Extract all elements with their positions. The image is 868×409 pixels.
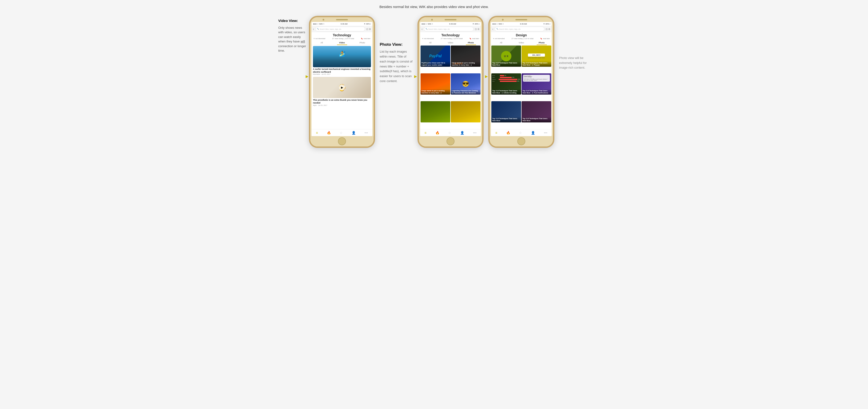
status-right-photo-tech: ✕ 49% ▪	[472, 23, 479, 25]
right-annotation-body: Photo view will be extremely helpful for…	[559, 56, 587, 70]
nav-more-icon-video[interactable]: •••	[364, 131, 368, 135]
photo-item-paypal[interactable]: PayPal PayPal joins Chase and Citi to ex…	[421, 45, 450, 67]
photo-item-ohhey[interactable]: OH, HEY! some text here some more Top 3 …	[522, 45, 551, 67]
photo-title-ohhey: Top 3 UI Techniques That Users Hate Most…	[523, 62, 550, 66]
photo-overlay-pokemon: Legendary Pokemon Are Coming to Pokemon …	[451, 89, 480, 95]
header-count-video: 27 new today | 115 in total	[332, 37, 354, 40]
back-button-video[interactable]: ‹	[313, 27, 314, 31]
photo-title-ux2: Top 3 UI Techniques That Users Hate Most…	[492, 90, 520, 94]
photo-view-annotation: Photo View: List by each images within n…	[375, 16, 417, 110]
photo-item-misc1[interactable]	[421, 101, 450, 122]
photo-overlay-cargo1: Cargo wants to put a vending machine in …	[451, 61, 480, 67]
phone-speaker-video	[336, 19, 348, 20]
nav-menu-icon-photo-tech[interactable]: ≡	[425, 131, 427, 135]
not-interested-photo-tech[interactable]: ✕ not interested	[422, 38, 434, 40]
search-input-photo-tech[interactable]: 🔍 Search titles, topics, tags, etc.	[424, 27, 474, 31]
phone-frame-photo-tech: ●●●○○ WIK ≈ 9:49 AM ✕ 49% ▪ ‹ 🔍 Search t…	[417, 16, 484, 148]
header-title-photo-design: Design	[491, 33, 552, 37]
pokemon-emoji: 😎	[462, 81, 469, 87]
photo-overlay-paypal: PayPal joins Chase and Citi to expand yo…	[421, 61, 450, 67]
search-bar-video: ‹ 🔍 Search titles, topics, tags, etc. ⊡ …	[312, 26, 372, 32]
back-button-photo-design[interactable]: ‹	[492, 27, 493, 31]
photo-item-cargo1[interactable]: CARGO Cargo wants to put a vending machi…	[451, 45, 480, 67]
not-interested-video[interactable]: ✕ not interested	[313, 38, 325, 40]
tab-photo-photo-design[interactable]: Photo	[531, 40, 552, 45]
tab-video-photo-design[interactable]: Video	[511, 40, 531, 45]
video-meta-2: Alphr · Jul 20, 2017	[313, 104, 371, 106]
scan-icon-video[interactable]: ⊡	[366, 28, 368, 30]
photo-item-ux5[interactable]: Top 3 UI Techniques That Users Hate Most	[522, 101, 551, 122]
scan-icon-photo-tech[interactable]: ⊡	[475, 28, 477, 30]
photo-title-pokemon: Legendary Pokemon Are Coming to Pokemon …	[452, 90, 479, 94]
app-header-video: Technology ✕ not interested 27 new today…	[312, 32, 372, 40]
tab-photo-video[interactable]: Photo	[352, 40, 372, 45]
home-button-photo-tech[interactable]	[446, 137, 455, 145]
nav-star-icon-photo-design[interactable]: ☆	[519, 131, 522, 135]
phone-frame-video: ●●●○○ WIK ≈ 9:49 AM ✕ 49% ▪ ‹ 🔍 Search t…	[309, 16, 375, 148]
tab-photo-photo-tech[interactable]: Photo	[461, 40, 481, 45]
photo-overlay-ux4: Top 3 UI Techniques That Users Hate Most	[491, 117, 521, 122]
photo-title-paypal: PayPal joins Chase and Citi to expand yo…	[422, 62, 450, 66]
video-view-title: Video View:	[278, 18, 307, 24]
tab-all-video[interactable]: All	[312, 40, 332, 45]
search-placeholder-video: Search titles, topics, tags, etc.	[320, 28, 342, 30]
scan-icon-photo-design[interactable]: ⊡	[546, 28, 548, 30]
app-tabs-photo-tech: All Video Photo	[420, 40, 481, 45]
photo-grid-tech: PayPal PayPal joins Chase and Citi to ex…	[420, 45, 481, 129]
read-later-video[interactable]: 🔖 read later	[361, 38, 371, 40]
tab-video-video[interactable]: Video	[332, 40, 352, 45]
photo-item-pokemon[interactable]: 😎 Legendary Pokemon Are Coming to Pokemo…	[451, 73, 480, 95]
photo-item-misc2[interactable]	[451, 101, 480, 122]
video-item-2: 🖐 ▶ This prosthetic is an extra thumb yo…	[313, 77, 371, 106]
phone-top-bar-photo-tech	[419, 17, 482, 22]
nav-menu-icon-video[interactable]: ≡	[316, 131, 318, 135]
photo-title-ux3: Top 3 UI Techniques That Users Hate Most…	[523, 90, 550, 94]
page-caption: Besides normal list view, WIK also provi…	[379, 5, 489, 9]
home-button-photo-design[interactable]	[517, 137, 525, 145]
photo-view-body: List by each images within news. Title o…	[380, 49, 413, 84]
photo-item-ux2[interactable]: Mobile8% Tablet22% Desktop42% Other28% T…	[491, 73, 521, 95]
phone-bottom-photo-design	[490, 136, 553, 147]
tab-all-photo-tech[interactable]: All	[420, 40, 440, 45]
nav-fire-icon-photo-tech[interactable]: 🔥	[435, 131, 439, 135]
photo-item-ux4[interactable]: Top 3 UI Techniques That Users Hate Most	[491, 101, 521, 122]
tab-all-photo-design[interactable]: All	[491, 40, 511, 45]
nav-star-icon-photo-tech[interactable]: ☆	[448, 131, 451, 135]
photo-item-ux3[interactable]: Cindy Hoffma... Today at 10:00 AM "Hello…	[522, 73, 551, 95]
nav-more-icon-photo-design[interactable]: •••	[544, 131, 547, 135]
tab-video-photo-tech[interactable]: Video	[440, 40, 461, 45]
read-later-photo-design[interactable]: 🔖 read later	[540, 38, 550, 40]
nav-menu-icon-photo-design[interactable]: ≡	[495, 131, 497, 135]
not-interested-photo-design[interactable]: ✕ not interested	[493, 38, 504, 40]
phone-frame-photo-design: ●●●○○ WIK ≈ 9:49 AM ✕ 49% ▪ ‹ 🔍 Search t…	[488, 16, 554, 148]
read-later-photo-tech[interactable]: 🔖 read later	[469, 38, 479, 40]
bottom-nav-photo-tech: ≡ 🔥 ☆ 👤 •••	[420, 129, 481, 136]
phone-top-bar-photo-design	[490, 17, 553, 22]
nav-user-icon-photo-design[interactable]: 👤	[531, 131, 535, 135]
nav-fire-icon-video[interactable]: 🔥	[327, 131, 331, 135]
photo-item-ux1[interactable]: U X Top 3 UI Techniques That Users Hate …	[491, 45, 521, 67]
nav-user-icon-video[interactable]: 👤	[352, 131, 355, 135]
settings-icon-photo-design[interactable]: ⚙	[548, 28, 550, 30]
search-placeholder-photo-design: Search titles, topics, tags, etc.	[499, 28, 521, 30]
settings-icon-video[interactable]: ⚙	[369, 28, 371, 30]
back-button-photo-tech[interactable]: ‹	[422, 27, 423, 31]
phone-speaker-photo-tech	[445, 19, 457, 20]
nav-fire-icon-photo-design[interactable]: 🔥	[506, 131, 510, 135]
video-view-annotation: Video View: Only shows news with video, …	[276, 16, 309, 56]
settings-icon-photo-tech[interactable]: ⚙	[477, 28, 479, 30]
photo-item-cargo2[interactable]: Cargo wants to put a vending machine in …	[421, 73, 450, 95]
video-view-body: Only shows news with video, so users can…	[278, 26, 306, 53]
nav-star-icon-video[interactable]: ☆	[340, 131, 343, 135]
phone-video: ●●●○○ WIK ≈ 9:49 AM ✕ 49% ▪ ‹ 🔍 Search t…	[309, 16, 375, 148]
status-left-photo-tech: ●●●○○ WIK ≈	[422, 23, 433, 25]
right-annotation: Photo view will be extremely helpful for…	[554, 16, 592, 110]
home-button-video[interactable]	[338, 137, 346, 145]
nav-more-icon-photo-tech[interactable]: •••	[473, 131, 476, 135]
phone-photo-tech: ●●●○○ WIK ≈ 9:49 AM ✕ 49% ▪ ‹ 🔍 Search t…	[417, 16, 484, 148]
search-input-video[interactable]: 🔍 Search titles, topics, tags, etc.	[315, 27, 365, 31]
photo-overlay-ux5: Top 3 UI Techniques That Users Hate Most	[522, 117, 551, 122]
nav-user-icon-photo-tech[interactable]: 👤	[460, 131, 464, 135]
search-input-photo-design[interactable]: 🔍 Search titles, topics, tags, etc.	[495, 27, 545, 31]
status-left-video: ●●●○○ WIK ≈	[313, 23, 324, 25]
